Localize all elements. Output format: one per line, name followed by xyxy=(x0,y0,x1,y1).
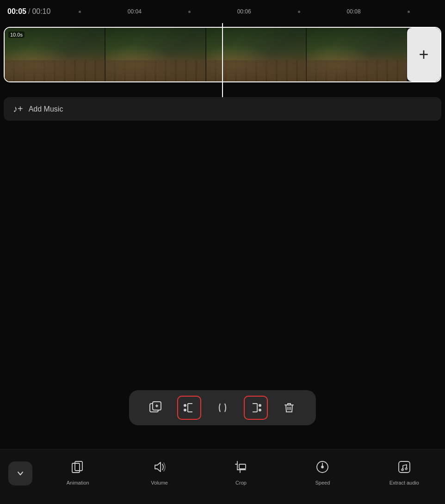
speed-label: Speed xyxy=(315,480,330,485)
svg-point-18 xyxy=(402,469,403,471)
svg-point-7 xyxy=(259,409,261,411)
timeline-area: 10.0s + xyxy=(0,23,445,97)
add-clip-icon: + xyxy=(419,46,428,63)
video-frame-2 xyxy=(105,28,206,81)
extract-audio-tool[interactable]: Extract audio xyxy=(364,457,445,485)
duration-badge: 10.0s xyxy=(8,31,25,38)
trim-left-button[interactable] xyxy=(177,396,201,420)
total-time: 00:10 xyxy=(32,7,50,16)
svg-rect-13 xyxy=(239,464,246,469)
svg-rect-12 xyxy=(75,461,82,471)
crop-icon-container xyxy=(231,457,251,477)
svg-point-6 xyxy=(259,404,261,406)
speed-icon xyxy=(315,460,330,474)
animation-tool[interactable]: Animation xyxy=(37,457,118,485)
svg-point-4 xyxy=(184,404,186,406)
dot-2 xyxy=(188,11,191,13)
svg-point-19 xyxy=(405,468,407,470)
svg-point-5 xyxy=(184,409,186,411)
crop-icon xyxy=(234,460,248,474)
page-layout: 00:05 / 00:10 00:04 00:06 00:08 10.0s xyxy=(0,0,445,504)
preview-area xyxy=(0,121,445,504)
bottom-tools: Animation Volume xyxy=(37,457,445,485)
timeline-header: 00:05 / 00:10 00:04 00:06 00:08 xyxy=(0,0,445,23)
chevron-bg xyxy=(8,461,32,485)
chevron-button[interactable] xyxy=(4,457,37,490)
volume-icon-container xyxy=(149,457,170,477)
copy-tool-button[interactable] xyxy=(144,396,168,420)
dot-4 xyxy=(408,11,410,13)
trim-toolbar xyxy=(0,390,445,425)
speed-tool[interactable]: Speed xyxy=(282,457,363,485)
extract-audio-label: Extract audio xyxy=(389,480,419,485)
svg-rect-11 xyxy=(72,463,80,473)
video-frame-1: 10.0s xyxy=(5,28,105,81)
svg-rect-17 xyxy=(399,461,410,473)
volume-label: Volume xyxy=(151,480,168,485)
add-music-bar[interactable]: ♪+ Add Music xyxy=(4,97,441,121)
animation-icon xyxy=(70,460,85,474)
add-music-label: Add Music xyxy=(29,105,63,113)
dot-1 xyxy=(79,11,81,13)
trim-right-button[interactable] xyxy=(244,396,268,420)
split-icon xyxy=(216,401,229,415)
volume-tool[interactable]: Volume xyxy=(118,457,200,485)
add-clip-button[interactable]: + xyxy=(407,28,440,81)
extract-audio-icon-container xyxy=(394,457,414,477)
trim-left-icon xyxy=(182,401,196,415)
music-icon: ♪+ xyxy=(13,104,23,114)
trim-toolbar-bg xyxy=(129,390,316,425)
copy-plus-icon xyxy=(149,401,163,415)
extract-audio-icon xyxy=(397,460,412,474)
dot-3 xyxy=(298,11,300,13)
video-frame-4 xyxy=(306,28,407,81)
video-frame-3 xyxy=(206,28,307,81)
current-time: 00:05 xyxy=(7,7,26,16)
bottom-toolbar: Animation Volume xyxy=(0,449,445,504)
split-button[interactable] xyxy=(210,396,235,420)
time-separator: / xyxy=(28,7,30,16)
chevron-down-icon xyxy=(16,469,25,478)
crop-tool[interactable]: Crop xyxy=(200,457,282,485)
marker-3: 00:08 xyxy=(347,8,361,15)
trim-right-icon xyxy=(249,401,263,415)
playhead xyxy=(222,23,223,97)
delete-icon xyxy=(282,401,296,415)
marker-1: 00:04 xyxy=(128,8,142,15)
speed-icon-container xyxy=(312,457,333,477)
animation-icon-container xyxy=(68,457,88,477)
volume-icon xyxy=(152,460,167,474)
animation-label: Animation xyxy=(67,480,89,485)
marker-2: 00:06 xyxy=(237,8,251,15)
delete-button[interactable] xyxy=(277,396,301,420)
crop-label: Crop xyxy=(235,480,247,485)
